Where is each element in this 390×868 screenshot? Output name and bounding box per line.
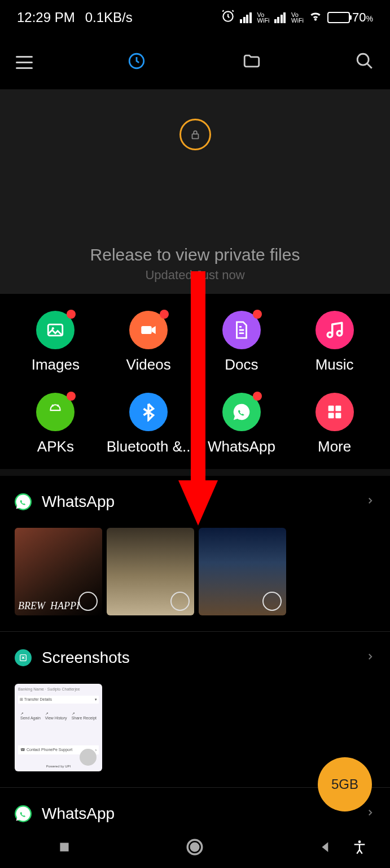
svg-point-16: [190, 843, 200, 852]
new-badge: [253, 310, 262, 319]
svg-rect-10: [335, 406, 341, 411]
screenshot-icon: [15, 649, 32, 666]
music-icon: [315, 311, 354, 349]
category-label: Bluetooth &..: [107, 438, 191, 455]
category-grid: Images Videos Docs Music APKs Bluetooth …: [0, 294, 390, 469]
media-thumbnail[interactable]: [199, 528, 286, 615]
category-label: Music: [315, 356, 354, 374]
thumbnail-row: [15, 528, 375, 631]
select-circle[interactable]: [262, 592, 282, 611]
chevron-right-icon: [365, 652, 375, 664]
nav-accessibility[interactable]: [352, 839, 367, 857]
video-icon: [129, 311, 168, 349]
pull-subtitle: Updated Just now: [145, 268, 244, 283]
svg-rect-9: [328, 406, 334, 411]
doc-icon: [222, 311, 261, 349]
status-netspeed: 0.1KB/s: [85, 10, 133, 25]
svg-rect-12: [335, 413, 341, 418]
media-thumbnail[interactable]: [15, 528, 102, 615]
recent-tab[interactable]: [127, 51, 146, 73]
category-label: Videos: [126, 356, 171, 374]
toolbar: [0, 35, 390, 89]
category-images[interactable]: Images: [9, 311, 102, 374]
category-label: WhatsApp: [208, 438, 275, 455]
whatsapp-icon: [15, 805, 32, 822]
section-title: WhatsApp: [42, 805, 355, 823]
category-label: More: [318, 438, 351, 455]
vowifi-label-1: VoWiFi: [257, 12, 270, 23]
wifi-icon: [308, 8, 323, 27]
svg-rect-6: [141, 326, 151, 334]
grid-icon: [315, 393, 354, 431]
new-badge: [67, 310, 76, 319]
new-badge: [160, 310, 169, 319]
section-header[interactable]: WhatsApp: [15, 476, 375, 528]
new-badge: [253, 392, 262, 401]
system-navbar: [0, 828, 390, 868]
battery-indicator: 70%: [327, 10, 373, 25]
new-badge: [67, 392, 76, 401]
menu-button[interactable]: [16, 56, 33, 69]
status-bar: 12:29 PM 0.1KB/s VoWiFi VoWiFi 70%: [0, 0, 390, 35]
nav-back[interactable]: [318, 840, 333, 857]
android-icon: [36, 393, 75, 431]
select-circle[interactable]: [78, 592, 98, 611]
lock-icon: [179, 119, 211, 150]
folder-tab[interactable]: [242, 51, 261, 73]
section-whatsapp: WhatsApp: [0, 476, 390, 632]
svg-point-17: [358, 840, 361, 843]
section-title: Screenshots: [42, 649, 355, 667]
whatsapp-icon: [15, 493, 32, 510]
whatsapp-icon: [222, 393, 261, 431]
bluetooth-icon: [129, 393, 168, 431]
chevron-right-icon: [365, 496, 375, 508]
category-more[interactable]: More: [288, 393, 381, 455]
svg-rect-14: [60, 843, 68, 851]
svg-point-2: [357, 54, 369, 65]
category-music[interactable]: Music: [288, 311, 381, 374]
category-videos[interactable]: Videos: [102, 311, 195, 374]
fab-label: 5GB: [331, 776, 358, 792]
search-button[interactable]: [355, 51, 374, 73]
storage-fab[interactable]: 5GB: [318, 757, 372, 811]
svg-rect-11: [328, 413, 334, 418]
svg-rect-3: [192, 134, 198, 138]
image-icon: [36, 311, 75, 349]
category-whatsapp[interactable]: WhatsApp: [195, 393, 288, 455]
chevron-right-icon: [365, 808, 375, 820]
separator: [0, 469, 390, 476]
media-thumbnail[interactable]: [107, 528, 194, 615]
signal-bars-1: [240, 12, 252, 23]
private-files-pull-panel[interactable]: Release to view private files Updated Ju…: [0, 89, 390, 294]
alarm-icon: [221, 8, 235, 27]
category-label: Images: [32, 356, 80, 374]
category-label: APKs: [37, 438, 74, 455]
screenshot-thumbnail[interactable]: Banking Name · Sudipto Chatterjee ⊞ Tran…: [15, 684, 102, 771]
svg-point-8: [57, 407, 59, 409]
category-docs[interactable]: Docs: [195, 311, 288, 374]
category-bluetooth-[interactable]: Bluetooth &..: [102, 393, 195, 455]
svg-point-7: [52, 407, 54, 409]
nav-recent[interactable]: [57, 840, 72, 857]
vowifi-label-2: VoWiFi: [291, 12, 304, 23]
pull-title: Release to view private files: [90, 245, 300, 264]
nav-home[interactable]: [185, 837, 204, 859]
category-label: Docs: [225, 356, 258, 374]
category-apks[interactable]: APKs: [9, 393, 102, 455]
section-header[interactable]: Screenshots: [15, 632, 375, 684]
status-time: 12:29 PM: [17, 10, 75, 25]
signal-bars-2: [274, 12, 286, 23]
select-circle[interactable]: [170, 592, 190, 611]
section-title: WhatsApp: [42, 493, 355, 511]
